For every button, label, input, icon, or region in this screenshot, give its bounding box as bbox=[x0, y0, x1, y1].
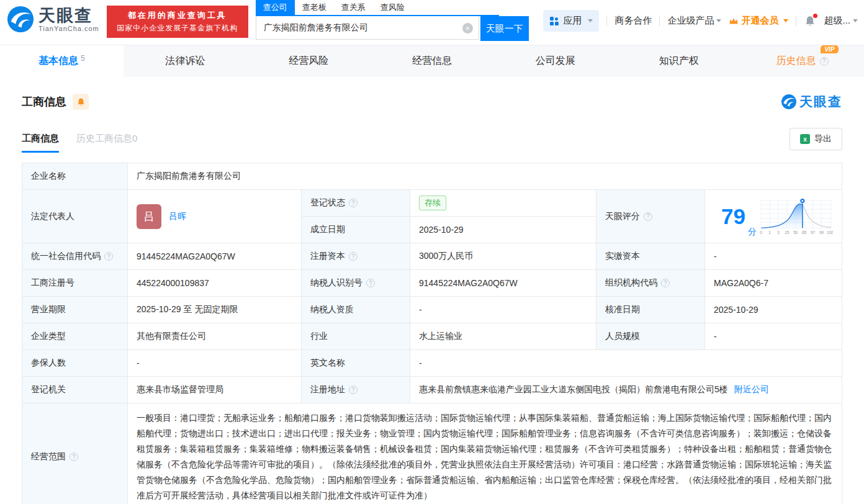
field-label: 工商注册号 bbox=[22, 270, 128, 296]
help-icon[interactable] bbox=[644, 212, 652, 221]
help-icon[interactable] bbox=[366, 279, 375, 287]
tab-history-info[interactable]: 历史信息 VIP bbox=[740, 45, 864, 77]
divider bbox=[796, 16, 796, 26]
search-tab-boss[interactable]: 查老板 bbox=[295, 0, 334, 15]
field-label: 注册地址 bbox=[302, 377, 410, 403]
establish-date-value: 2025-10-29 bbox=[410, 217, 596, 243]
reg-number-value: 445224000109837 bbox=[128, 270, 302, 296]
insured-count-value: - bbox=[128, 350, 302, 376]
logo-text-cn: 天眼查 bbox=[38, 6, 99, 25]
search-tabs: 查公司 查老板 查关系 查风险 bbox=[256, 0, 499, 16]
tab-intellectual-property[interactable]: 知识产权 bbox=[617, 45, 740, 77]
table-row: 参保人数 - 英文名称 - bbox=[22, 350, 842, 377]
field-label: 企业名称 bbox=[22, 163, 128, 189]
help-icon[interactable] bbox=[104, 252, 113, 261]
svg-text:3: 3 bbox=[777, 230, 780, 234]
watermark-text: 天眼查 bbox=[799, 93, 842, 110]
field-label: 企业类型 bbox=[22, 323, 128, 349]
search-tab-risk[interactable]: 查风险 bbox=[373, 0, 412, 15]
nav-business-cooperation[interactable]: 商务合作 bbox=[614, 15, 652, 27]
field-label: 成立日期 bbox=[302, 217, 410, 243]
promo-line1: 都在用的商业查询工具 bbox=[113, 10, 242, 21]
help-icon[interactable] bbox=[349, 385, 358, 394]
field-label: 登记状态 bbox=[302, 190, 410, 216]
legal-rep-link[interactable]: 吕晖 bbox=[169, 211, 186, 222]
clear-search-icon[interactable] bbox=[462, 23, 473, 34]
table-row: 工商注册号 445224000109837 纳税人识别号 91445224MAG… bbox=[22, 270, 842, 297]
tab-business-info[interactable]: 经营信息 bbox=[371, 45, 494, 77]
svg-text:15: 15 bbox=[785, 230, 790, 234]
search-tab-company[interactable]: 查公司 bbox=[256, 0, 295, 15]
tab-legal-proceedings[interactable]: 法律诉讼 bbox=[124, 45, 247, 77]
score-unit: 分 bbox=[748, 227, 757, 238]
tianyancha-logo-icon bbox=[6, 5, 35, 34]
taxpayer-quality-value: - bbox=[410, 297, 596, 323]
search-tab-relation[interactable]: 查关系 bbox=[334, 0, 373, 15]
nearby-companies-link[interactable]: 附近公司 bbox=[734, 384, 769, 395]
business-info-table: 企业名称 广东揭阳前詹港务有限公司 法定代表人 吕 吕晖 登记状态 存续 bbox=[22, 163, 842, 504]
svg-text:1: 1 bbox=[768, 230, 771, 234]
staff-size-value: - bbox=[705, 323, 842, 349]
top-header: 天眼查 TianYanCha.com 都在用的商业查询工具 国家中小企业发展子基… bbox=[0, 0, 864, 41]
nav-enterprise-products[interactable]: 企业级产品 bbox=[667, 15, 721, 27]
industry-value: 水上运输业 bbox=[410, 323, 596, 349]
apps-menu[interactable]: 应用 bbox=[543, 10, 599, 32]
field-label: 营业期限 bbox=[22, 297, 128, 323]
status-badge: 存续 bbox=[419, 196, 446, 210]
help-icon[interactable] bbox=[820, 57, 829, 66]
legal-rep-cell: 吕 吕晖 bbox=[128, 190, 302, 243]
reg-capital-value: 3000万人民币 bbox=[410, 243, 596, 269]
business-term-value: 2025-10-29 至 无固定期限 bbox=[128, 297, 302, 323]
tab-company-development[interactable]: 公司发展 bbox=[493, 45, 617, 77]
tianyancha-watermark: 天眼查 bbox=[781, 93, 842, 110]
svg-text:0: 0 bbox=[760, 230, 762, 234]
export-button[interactable]: 导出 bbox=[790, 128, 842, 150]
tab-basic-count: 5 bbox=[81, 54, 85, 63]
promo-line2: 国家中小企业发展子基金旗下机构 bbox=[113, 23, 242, 34]
search-input[interactable] bbox=[256, 16, 479, 40]
help-icon[interactable] bbox=[349, 252, 358, 261]
tab-basic-info[interactable]: 基本信息 5 bbox=[0, 45, 124, 77]
chevron-down-icon bbox=[588, 19, 593, 22]
chevron-down-icon bbox=[853, 19, 858, 22]
company-name-value: 广东揭阳前詹港务有限公司 bbox=[128, 163, 842, 189]
approval-date-value: 2025-10-29 bbox=[705, 297, 842, 323]
help-icon[interactable] bbox=[661, 279, 670, 287]
reg-address-cell: 惠来县前詹镇惠来临港产业园工业大道东侧国电投（揭阳）前詹港电有限公司5楼 附近公… bbox=[410, 377, 842, 403]
table-row: 登记机关 惠来县市场监督管理局 注册地址 惠来县前詹镇惠来临港产业园工业大道东侧… bbox=[22, 377, 842, 403]
tab-business-risk[interactable]: 经营风险 bbox=[247, 45, 371, 77]
table-row: 统一社会信用代码 91445224MAG2A0Q67W 注册资本 3000万人民… bbox=[22, 243, 842, 270]
company-type-value: 其他有限责任公司 bbox=[128, 323, 302, 349]
subtab-business-info[interactable]: 工商信息 bbox=[22, 133, 59, 153]
nav-open-vip[interactable]: 开通会员 bbox=[729, 15, 788, 27]
chevron-down-icon bbox=[783, 19, 788, 22]
vip-badge: VIP bbox=[821, 45, 838, 53]
field-label: 经营范围 bbox=[22, 403, 128, 504]
taxpayer-id-value: 91445224MAG2A0Q67W bbox=[410, 270, 596, 296]
subtab-history-business-info[interactable]: 历史工商信息0 bbox=[76, 133, 137, 153]
field-label: 法定代表人 bbox=[22, 190, 128, 243]
main-content: 工商信息 天眼查 工商信息 历史工商信息0 导出 bbox=[0, 77, 864, 504]
search-area: 查公司 查老板 查关系 查风险 天眼一下 bbox=[256, 0, 529, 41]
section-title: 工商信息 bbox=[22, 94, 66, 109]
english-name-value: - bbox=[410, 350, 842, 376]
reg-authority-value: 惠来县市场监督管理局 bbox=[128, 377, 302, 403]
credit-code-value: 91445224MAG2A0Q67W bbox=[128, 243, 302, 269]
subscribe-bell-icon[interactable] bbox=[73, 94, 89, 110]
table-row: 法定代表人 吕 吕晖 登记状态 存续 成立日期 2025-10-29 bbox=[22, 190, 842, 243]
notification-bell-icon[interactable] bbox=[804, 15, 816, 27]
table-row: 经营范围 一般项目：港口理货；无船承运业务；船舶港口服务；港口货物装卸搬运活动；… bbox=[22, 403, 842, 504]
help-icon[interactable] bbox=[349, 199, 358, 207]
score-distribution-chart: 0 1 3 15 50 85 97 99 100 bbox=[759, 194, 833, 240]
chevron-down-icon bbox=[716, 19, 721, 22]
score-cell[interactable]: 79 分 bbox=[705, 190, 842, 243]
watermark-logo-icon bbox=[781, 94, 797, 110]
legal-rep-avatar[interactable]: 吕 bbox=[137, 204, 161, 229]
help-icon[interactable] bbox=[70, 452, 78, 461]
svg-text:85: 85 bbox=[802, 230, 807, 234]
search-button[interactable]: 天眼一下 bbox=[480, 16, 529, 41]
table-row: 企业类型 其他有限责任公司 行业 水上运输业 人员规模 - bbox=[22, 323, 842, 350]
svg-text:99: 99 bbox=[819, 230, 824, 234]
nav-super-vip[interactable]: 超级... bbox=[824, 15, 858, 27]
tianyancha-logo[interactable]: 天眼查 TianYanCha.com bbox=[6, 5, 99, 34]
